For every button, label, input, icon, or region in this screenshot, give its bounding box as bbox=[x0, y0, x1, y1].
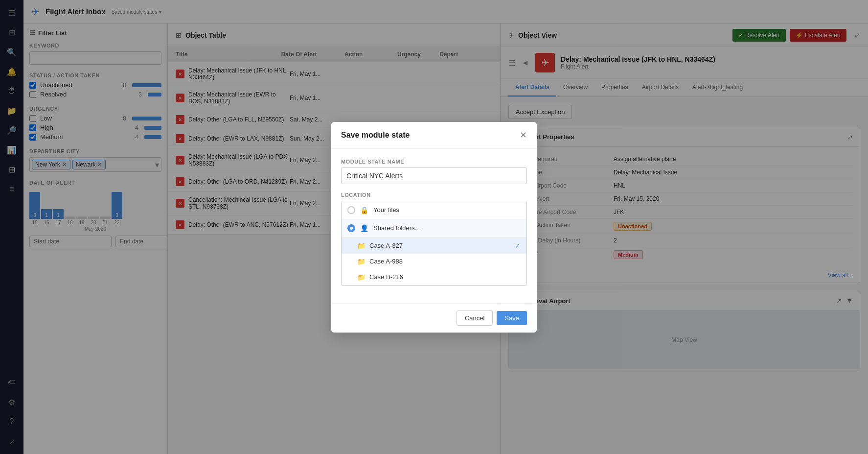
save-button[interactable]: Save bbox=[497, 311, 527, 325]
modal-header: Save module state ✕ bbox=[331, 122, 537, 149]
folder-items-container: 📁 Case A-327 ✓ 📁 Case A-988 📁 Case B-216 bbox=[342, 238, 526, 285]
modal-footer: Cancel Save bbox=[331, 303, 537, 333]
folder-case-b-216[interactable]: 📁 Case B-216 bbox=[342, 269, 526, 285]
location-shared-folders[interactable]: 👤 Shared folders... bbox=[342, 219, 526, 238]
folder-case-a-327[interactable]: 📁 Case A-327 ✓ bbox=[342, 238, 526, 254]
your-files-radio[interactable] bbox=[347, 206, 355, 214]
location-label: LOCATION bbox=[341, 192, 527, 198]
modal-close-button[interactable]: ✕ bbox=[520, 130, 527, 141]
save-module-state-modal: Save module state ✕ MODULE STATE NAME LO… bbox=[331, 122, 537, 333]
module-state-name-input[interactable] bbox=[341, 167, 527, 184]
cancel-button[interactable]: Cancel bbox=[457, 311, 493, 326]
shared-folders-label: Shared folders... bbox=[373, 224, 420, 232]
folder-icon: 📁 bbox=[357, 242, 365, 250]
folder-icon: 📁 bbox=[357, 258, 365, 265]
location-box: 🔒 Your files 👤 Shared folders... 📁 Case … bbox=[341, 201, 527, 286]
modal-overlay[interactable]: Save module state ✕ MODULE STATE NAME LO… bbox=[0, 0, 868, 454]
lock-icon: 🔒 bbox=[360, 206, 368, 214]
shared-folders-radio[interactable] bbox=[347, 224, 355, 232]
location-field: LOCATION 🔒 Your files 👤 Shared folders..… bbox=[341, 192, 527, 286]
folder-name: Case A-327 bbox=[369, 242, 403, 249]
folder-check-icon: ✓ bbox=[515, 242, 521, 250]
modal-body: MODULE STATE NAME LOCATION 🔒 Your files … bbox=[331, 149, 537, 303]
folder-name: Case A-988 bbox=[369, 258, 403, 265]
module-state-name-label: MODULE STATE NAME bbox=[341, 159, 527, 165]
your-files-label: Your files bbox=[373, 206, 399, 214]
location-your-files[interactable]: 🔒 Your files bbox=[342, 201, 526, 219]
shared-icon: 👤 bbox=[360, 224, 368, 232]
modal-title: Save module state bbox=[341, 131, 410, 140]
folder-icon: 📁 bbox=[357, 273, 365, 281]
folder-case-a-988[interactable]: 📁 Case A-988 bbox=[342, 254, 526, 269]
module-state-name-field: MODULE STATE NAME bbox=[341, 159, 527, 184]
folder-name: Case B-216 bbox=[369, 273, 403, 281]
